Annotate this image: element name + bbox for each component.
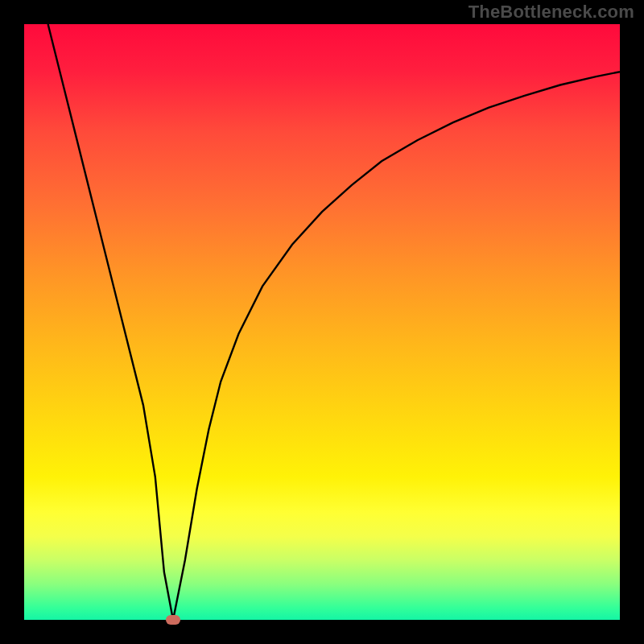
- bottleneck-curve: [24, 24, 620, 620]
- curve-path: [48, 24, 620, 620]
- chart-frame: TheBottleneck.com: [0, 0, 644, 644]
- plot-area: [24, 24, 620, 620]
- minimum-marker: [166, 615, 180, 625]
- watermark-text: TheBottleneck.com: [469, 2, 634, 23]
